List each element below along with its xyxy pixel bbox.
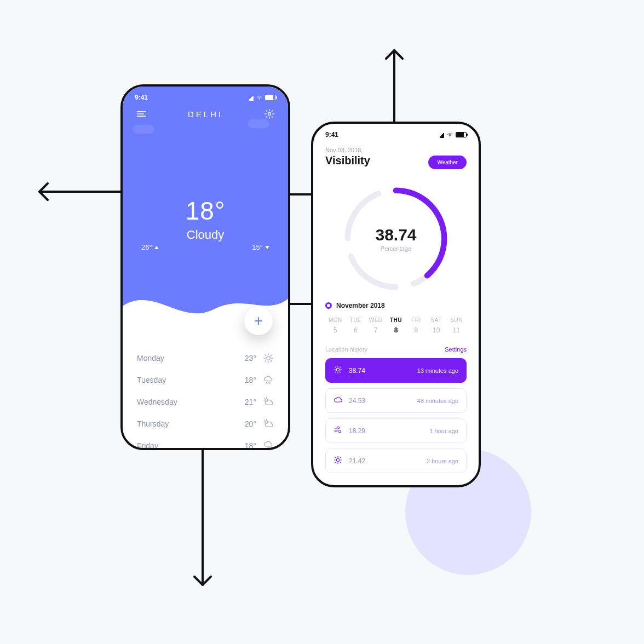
forecast-temp: 18° <box>245 441 256 450</box>
forecast-day: Wednesday <box>137 398 177 406</box>
forecast-temp: 20° <box>245 419 256 428</box>
phone-visibility: 9:41 Nov 03, 2018 Visibility Weather 38.… <box>311 122 481 487</box>
battery-icon <box>265 95 276 100</box>
plus-icon: + <box>254 312 263 330</box>
arrow-down-icon <box>170 449 235 591</box>
cloud-icon <box>334 395 342 406</box>
triangle-down-icon <box>265 246 269 249</box>
high-temperature: 26° <box>141 243 159 251</box>
month-label: November 2018 <box>336 302 385 309</box>
calendar-date[interactable]: 11 <box>446 326 467 334</box>
forecast-row[interactable]: Tuesday 18° <box>137 369 274 391</box>
calendar-strip: MONTUEWEDTHUFRISATSUN 567891011 <box>325 317 467 334</box>
wifi-icon <box>256 95 263 100</box>
battery-icon <box>456 132 467 137</box>
status-bar: 9:41 <box>313 129 479 140</box>
current-condition: Cloudy <box>123 228 288 242</box>
status-bar: 9:41 <box>123 92 288 103</box>
status-time: 9:41 <box>325 131 338 139</box>
settings-link[interactable]: Settings <box>445 346 467 353</box>
sun-icon <box>334 365 342 376</box>
wind-icon <box>334 426 342 436</box>
history-time: 1 hour ago <box>429 428 458 434</box>
history-item[interactable]: 24.53 48 minutes ago <box>325 388 467 413</box>
menu-icon[interactable] <box>136 108 147 119</box>
triangle-up-icon <box>154 246 159 249</box>
month-selector[interactable]: November 2018 <box>325 302 467 309</box>
history-time: 13 minutes ago <box>417 367 458 374</box>
calendar-day-label: TUE <box>346 317 366 323</box>
forecast-temp: 18° <box>245 376 256 384</box>
history-item[interactable]: 38.74 13 minutes ago <box>325 358 467 383</box>
forecast-row[interactable]: Friday 18° <box>137 435 274 450</box>
forecast-row[interactable]: Thursday 20° <box>137 413 274 435</box>
arrow-up-icon <box>361 45 427 127</box>
radio-icon <box>325 302 332 309</box>
forecast-day: Tuesday <box>137 376 166 384</box>
forecast-temp: 23° <box>245 354 256 363</box>
calendar-date[interactable]: 8 <box>386 326 406 334</box>
calendar-date[interactable]: 9 <box>406 326 426 334</box>
low-temperature-value: 15° <box>252 243 263 251</box>
history-value: 21.42 <box>349 457 365 465</box>
signal-icon <box>249 95 254 100</box>
calendar-day-label: THU <box>386 317 406 323</box>
add-button[interactable]: + <box>244 307 273 335</box>
history-list: 38.74 13 minutes ago 24.53 48 minutes ag… <box>325 358 467 473</box>
history-time: 48 minutes ago <box>417 398 458 404</box>
history-value: 38.74 <box>349 367 365 375</box>
partly-icon <box>263 396 274 407</box>
forecast-row[interactable]: Wednesday 21° <box>137 391 274 413</box>
calendar-day-label: FRI <box>406 317 426 323</box>
signal-icon <box>440 132 444 137</box>
partly-icon <box>263 418 274 429</box>
forecast-row[interactable]: Monday 23° <box>137 347 274 369</box>
arrow-left-icon <box>33 175 126 241</box>
calendar-day-label: WED <box>366 317 386 323</box>
calendar-date[interactable]: 5 <box>325 326 346 334</box>
page-date: Nov 03, 2018 <box>325 147 467 153</box>
forecast-day: Monday <box>137 354 164 363</box>
status-time: 9:41 <box>135 94 148 101</box>
low-temperature: 15° <box>252 243 269 251</box>
calendar-date[interactable]: 10 <box>426 326 446 334</box>
sun-icon <box>334 456 342 466</box>
location-history-label: Location history <box>325 346 367 353</box>
calendar-day-label: MON <box>325 317 346 323</box>
forecast-temp: 21° <box>245 398 256 406</box>
weather-hero: DELHI 18° Cloudy 26° 15° <box>123 87 288 327</box>
calendar-day-label: SAT <box>426 317 446 323</box>
history-item[interactable]: 21.42 2 hours ago <box>325 449 467 473</box>
visibility-gauge: 38.74 Percentage <box>338 181 453 296</box>
gear-icon[interactable] <box>264 108 275 119</box>
forecast-day: Friday <box>137 441 158 450</box>
forecast-day: Thursday <box>137 419 169 428</box>
phone-weather: 9:41 DELHI 18° Cloudy 26° 15° + <box>120 84 290 450</box>
storm-icon <box>263 440 274 450</box>
sun-icon <box>263 353 274 364</box>
weather-chip[interactable]: Weather <box>428 156 467 169</box>
history-time: 2 hours ago <box>427 458 458 464</box>
calendar-day-label: SUN <box>446 317 467 323</box>
calendar-date[interactable]: 7 <box>366 326 386 334</box>
current-temperature: 18° <box>123 196 288 226</box>
history-value: 24.53 <box>349 397 365 405</box>
status-icons <box>249 95 276 100</box>
history-item[interactable]: 18.29 1 hour ago <box>325 418 467 443</box>
history-value: 18.29 <box>349 427 365 435</box>
gauge-label: Percentage <box>381 245 411 252</box>
high-temperature-value: 26° <box>141 243 152 251</box>
status-icons <box>440 132 467 137</box>
rain-icon <box>263 375 274 386</box>
calendar-date[interactable]: 6 <box>346 326 366 334</box>
wifi-icon <box>446 132 453 137</box>
forecast-list: Monday 23° Tuesday 18° Wednesday 21° Thu… <box>123 327 288 450</box>
gauge-value: 38.74 <box>375 226 416 244</box>
location-title: DELHI <box>188 110 223 119</box>
